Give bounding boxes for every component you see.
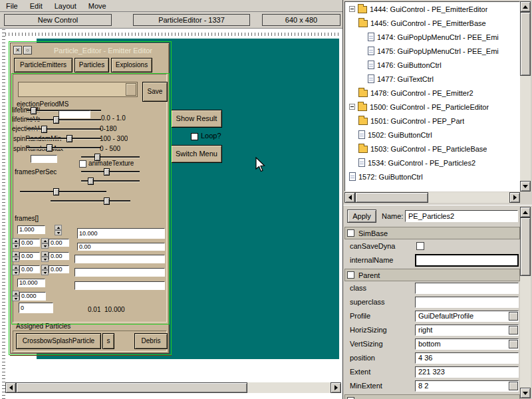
param-spinner[interactable] (41, 251, 49, 262)
spinner-down-button[interactable] (41, 270, 49, 275)
property-field[interactable] (415, 254, 519, 267)
spinner-up-button[interactable] (41, 251, 49, 257)
tree-item[interactable]: 1534: GuiControl - PE_Particles2 (345, 156, 519, 170)
param-spinner[interactable] (41, 238, 49, 249)
param-spinner[interactable] (12, 291, 19, 301)
menu-layout[interactable]: Layout (49, 1, 82, 11)
group-toggle[interactable] (347, 271, 354, 279)
tree-item[interactable]: 1477: GuiTextCtrl (345, 72, 519, 86)
param-spinner[interactable] (41, 265, 49, 275)
scroll-thumb[interactable] (355, 192, 428, 203)
spinner-down-button[interactable] (12, 270, 19, 275)
menu-file[interactable]: File (0, 1, 24, 11)
param-field[interactable] (74, 268, 165, 277)
spinner-down-button[interactable] (41, 243, 49, 249)
property-expand-button[interactable] (509, 326, 518, 334)
slider-thumb[interactable] (31, 107, 37, 114)
property-expand-button[interactable] (509, 340, 518, 348)
scroll-up-button[interactable] (520, 1, 531, 12)
scroll-left-button[interactable] (5, 382, 16, 393)
tree-item[interactable]: 1444: GuiControl - PE_EmitterEditor (345, 2, 519, 16)
param-field[interactable]: 10.000 (77, 228, 165, 239)
param-field[interactable]: 0.00 (49, 239, 69, 247)
toolbar-dropdown-2[interactable]: 640 x 480 (262, 14, 340, 26)
scroll-thumb[interactable] (16, 382, 247, 393)
slider-thumb[interactable] (53, 116, 59, 124)
param-slider[interactable] (27, 144, 101, 152)
scroll-down-button[interactable] (520, 181, 531, 192)
scroll-down-button[interactable] (520, 388, 531, 398)
editor-canvas[interactable]: ✕○ Particle_Editor - Emitter Editor Part… (5, 36, 341, 382)
param-field[interactable]: 0.00 (19, 252, 40, 260)
param-slider[interactable] (81, 178, 140, 185)
param-slider[interactable] (51, 198, 130, 205)
property-expand-button[interactable] (509, 382, 518, 390)
param-field[interactable]: 0 (19, 303, 53, 313)
spinner-up-button[interactable] (12, 265, 19, 270)
toolbar-dropdown-1[interactable]: ParticleEditor - 1337 (133, 14, 250, 26)
tree-item[interactable]: 1476: GuiButtonCtrl (345, 58, 519, 72)
param-slider[interactable] (81, 168, 140, 176)
property-field[interactable]: 4 36 (415, 352, 519, 364)
slider-thumb[interactable] (53, 188, 59, 196)
tree-item[interactable]: 1501: GuiControl - PEP_Part (345, 114, 519, 128)
param-field[interactable]: 0.00 (19, 265, 40, 273)
assigned-particle-button[interactable]: s (102, 333, 114, 349)
param-spinner[interactable] (12, 238, 19, 249)
property-field[interactable] (415, 297, 519, 308)
tree-item[interactable]: 1474: GuiPopUpMenuCtrl - PEE_Emi (345, 30, 519, 44)
assigned-particle-button[interactable]: Debris (134, 333, 168, 349)
property-checkbox[interactable] (416, 242, 424, 250)
toolbar-dropdown-0[interactable]: New Control (4, 14, 112, 26)
loop-checkbox[interactable] (191, 133, 198, 140)
property-field[interactable]: GuiDefaultProfile (415, 311, 519, 322)
param-field[interactable]: 0.000 (19, 292, 46, 301)
tree-item[interactable]: 1500: GuiControl - PE_ParticleEditor (345, 100, 519, 114)
param-field[interactable]: 10.000 (17, 279, 45, 287)
param-spinner[interactable] (12, 265, 19, 275)
scroll-right-button[interactable] (509, 192, 520, 203)
spinner-down-button[interactable] (12, 296, 19, 301)
param-slider[interactable] (27, 135, 101, 142)
property-field[interactable] (415, 283, 519, 294)
spinner-down-button[interactable] (12, 243, 19, 249)
param-field[interactable]: 0.00 (49, 265, 69, 273)
slider-thumb[interactable] (47, 144, 53, 152)
canvas-hscrollbar[interactable] (5, 382, 341, 393)
param-field[interactable]: 0.00 (77, 243, 165, 251)
tree-item[interactable]: 1572: GuiButtonCtrl (345, 170, 519, 184)
show-result-button[interactable]: Show Result (171, 110, 222, 128)
slider-thumb[interactable] (104, 198, 110, 205)
property-field[interactable]: bottom (415, 338, 519, 350)
spinner-up-button[interactable] (12, 238, 19, 243)
spinner-down-button[interactable] (41, 257, 49, 262)
param-field[interactable] (74, 281, 165, 290)
param-field[interactable]: 1.000 (17, 225, 45, 234)
tree-expander[interactable] (349, 104, 355, 110)
param-checkbox[interactable] (79, 160, 86, 168)
tree-item[interactable]: 1475: GuiPopUpMenuCtrl - PEE_Emi (345, 44, 519, 58)
switch-menu-button[interactable]: Switch Menu (171, 145, 222, 163)
name-input[interactable]: PE_Particles2 (405, 210, 518, 222)
scroll-thumb[interactable] (520, 217, 531, 276)
property-field[interactable]: 8 2 (415, 380, 519, 392)
tree-hscrollbar[interactable] (344, 192, 520, 203)
spinner-up-button[interactable] (55, 225, 62, 230)
param-slider[interactable] (27, 116, 101, 124)
param-field[interactable] (74, 255, 165, 263)
scroll-thumb[interactable] (520, 12, 531, 76)
spinner-up-button[interactable] (12, 251, 19, 257)
tree-item[interactable]: 1502: GuiButtonCtrl (345, 128, 519, 142)
tree-item[interactable]: 1478: GuiControl - PE_Emitter2 (345, 86, 519, 100)
spinner-down-button[interactable] (12, 257, 19, 262)
particle-editor-dialog[interactable]: ✕○ Particle_Editor - Emitter Editor Part… (10, 43, 170, 354)
tree-vscrollbar[interactable] (520, 1, 531, 192)
slider-thumb[interactable] (41, 126, 47, 133)
tree-item[interactable]: 1445: GuiControl - PE_EmitterBase (345, 16, 519, 30)
slider-thumb[interactable] (66, 135, 72, 142)
slider-thumb[interactable] (104, 168, 110, 176)
param-slider[interactable] (27, 126, 101, 133)
group-toggle[interactable] (347, 229, 354, 237)
param-field[interactable]: 0.00 (49, 252, 69, 260)
slider-thumb[interactable] (88, 178, 94, 185)
